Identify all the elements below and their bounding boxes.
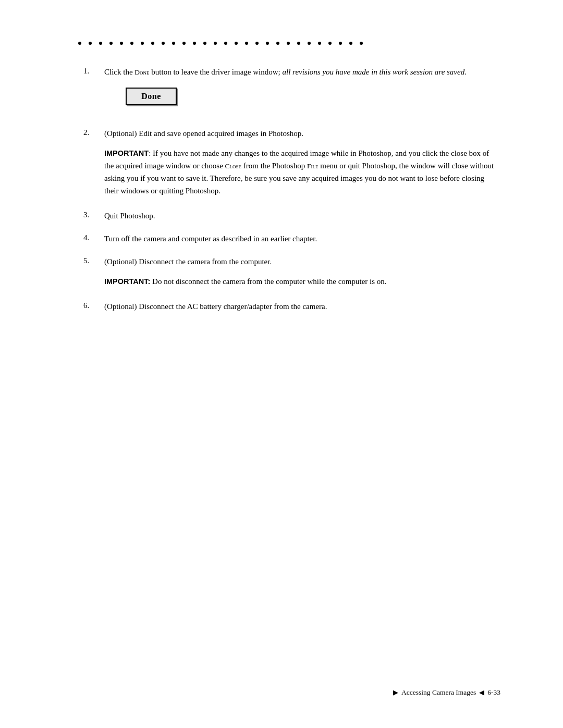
list-number: 2.	[83, 127, 104, 137]
list-number: 1.	[83, 66, 104, 76]
dot	[349, 42, 352, 45]
dot	[78, 42, 81, 45]
item3-text: Quit Photoshop.	[104, 209, 500, 222]
page-footer: ▶ Accessing Camera Images ◀ 6-33	[393, 688, 500, 697]
item4-text: Turn off the camera and computer as desc…	[104, 232, 500, 245]
dot	[162, 42, 165, 45]
list-number: 4.	[83, 232, 104, 242]
dot	[235, 42, 238, 45]
list-item: 4. Turn off the camera and computer as d…	[83, 232, 500, 245]
dot	[141, 42, 144, 45]
dot	[109, 42, 113, 45]
footer-left-arrow: ◀	[479, 688, 484, 697]
dot	[318, 42, 321, 45]
list-number: 3.	[83, 209, 104, 219]
list-item: 3. Quit Photoshop.	[83, 209, 500, 222]
dot	[151, 42, 154, 45]
dot	[245, 42, 248, 45]
list-item: 6. (Optional) Disconnect the AC battery …	[83, 300, 500, 313]
done-button-wrapper: Done	[104, 88, 198, 105]
list-item-content: (Optional) Edit and save opened acquired…	[104, 127, 500, 199]
dot	[297, 42, 300, 45]
dot-rule	[73, 42, 500, 45]
item1-italic: all revisions you have made in this work…	[283, 68, 467, 76]
file-smallcaps: File	[307, 162, 319, 170]
item6-text: (Optional) Disconnect the AC battery cha…	[104, 300, 500, 313]
dot	[360, 42, 363, 45]
dot	[99, 42, 102, 45]
dot	[287, 42, 290, 45]
dot	[120, 42, 123, 45]
dot	[172, 42, 175, 45]
item5-text: (Optional) Disconnect the camera from th…	[104, 255, 500, 268]
list-item-content: (Optional) Disconnect the camera from th…	[104, 255, 500, 290]
list-number: 5.	[83, 255, 104, 265]
dot	[255, 42, 259, 45]
list-item: 2. (Optional) Edit and save opened acqui…	[83, 127, 500, 199]
dot	[308, 42, 311, 45]
list-item: 5. (Optional) Disconnect the camera from…	[83, 255, 500, 290]
dot	[224, 42, 227, 45]
dot	[182, 42, 186, 45]
dot	[203, 42, 206, 45]
dot	[276, 42, 279, 45]
list-item-content: Click the Done button to leave the drive…	[104, 66, 500, 117]
important-label: IMPORTANT	[104, 149, 149, 157]
dot	[89, 42, 92, 45]
important2-text: Do not disconnect the camera from the co…	[150, 277, 386, 286]
item5-important: IMPORTANT: Do not disconnect the camera …	[104, 275, 500, 288]
list-number: 6.	[83, 300, 104, 310]
list-item: 1. Click the Done button to leave the dr…	[83, 66, 500, 117]
footer-right-arrow: ▶	[393, 688, 398, 697]
item1-text: Click the Done button to leave the drive…	[104, 66, 500, 78]
dot	[266, 42, 269, 45]
item2-text: (Optional) Edit and save opened acquired…	[104, 127, 500, 140]
dot	[130, 42, 133, 45]
list-item-content: (Optional) Disconnect the AC battery cha…	[104, 300, 500, 313]
list-item-content: Turn off the camera and computer as desc…	[104, 232, 500, 245]
done-label-smallcaps: Done	[134, 68, 149, 76]
footer-page-number: 6-33	[487, 688, 500, 697]
page: 1. Click the Done button to leave the dr…	[0, 0, 563, 728]
dot	[193, 42, 196, 45]
dot	[339, 42, 342, 45]
footer-section-title: Accessing Camera Images	[401, 688, 476, 697]
dot	[214, 42, 217, 45]
item2-important: IMPORTANT: If you have not made any chan…	[104, 147, 500, 197]
important2-label: IMPORTANT:	[104, 277, 150, 286]
important-text: : If you have not made any changes to th…	[104, 149, 494, 195]
done-button[interactable]: Done	[126, 88, 177, 105]
dot	[328, 42, 332, 45]
close-smallcaps: Close	[225, 162, 242, 170]
instructions-list: 1. Click the Done button to leave the dr…	[83, 66, 500, 313]
list-item-content: Quit Photoshop.	[104, 209, 500, 222]
content-area: 1. Click the Done button to leave the dr…	[73, 66, 500, 313]
